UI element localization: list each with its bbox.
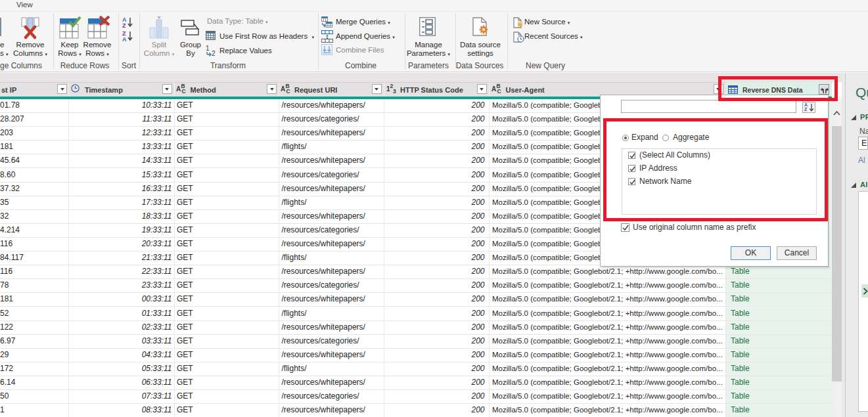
svg-text:1: 1 xyxy=(206,45,210,52)
svg-text:2: 2 xyxy=(212,50,216,56)
svg-text:A: A xyxy=(122,36,127,41)
svg-text:Z: Z xyxy=(122,22,126,29)
